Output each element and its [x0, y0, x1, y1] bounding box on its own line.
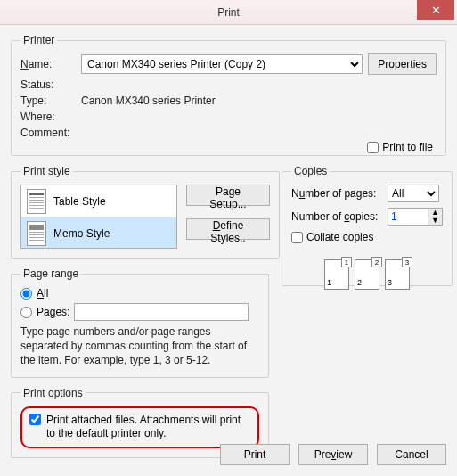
print-style-list[interactable]: Table Style Memo Style [20, 185, 177, 249]
printer-name-select[interactable]: Canon MX340 series Printer (Copy 2) [81, 54, 363, 74]
print-to-file-checkbox[interactable] [367, 142, 379, 153]
range-pages-label: Pages: [37, 306, 69, 318]
num-pages-label: Number of pages: [291, 187, 382, 200]
num-copies-label: Number of copies: [291, 210, 382, 223]
status-label: Status: [20, 78, 76, 91]
cancel-button[interactable]: Cancel [377, 444, 446, 465]
collate-checkbox[interactable] [291, 232, 303, 243]
page-preview-icon: 33 [385, 259, 410, 290]
range-all-radio[interactable] [20, 288, 32, 300]
close-icon: ✕ [431, 4, 441, 17]
properties-button[interactable]: Properties [368, 53, 437, 75]
comment-label: Comment: [20, 127, 76, 139]
print-options-legend: Print options [20, 387, 86, 399]
close-button[interactable]: ✕ [417, 0, 454, 20]
range-all-label: All [37, 287, 48, 300]
collate-label: Collate copies [306, 231, 373, 243]
page-range-legend: Page range [20, 267, 81, 280]
num-copies-input[interactable] [388, 208, 428, 226]
type-value: Canon MX340 series Printer [81, 94, 216, 107]
page-preview-icon: 22 [355, 259, 379, 290]
copies-legend: Copies [291, 165, 330, 177]
name-label: Name: [20, 58, 76, 70]
page-range-group: Page range All Pages: Type page numbers … [11, 267, 269, 378]
printer-legend: Printer [20, 34, 57, 46]
print-style-legend: Print style [20, 165, 73, 177]
define-styles-button[interactable]: Define Styles.. [186, 218, 270, 240]
style-item-table[interactable]: Table Style [21, 185, 176, 217]
print-to-file-label: Print to file [382, 141, 433, 153]
copies-spinner[interactable]: ▲▼ [428, 208, 443, 226]
print-options-highlight: Print attached files. Attachments will p… [20, 406, 259, 448]
memo-style-icon [27, 221, 46, 246]
collate-preview: 11 22 33 [291, 259, 443, 290]
print-button[interactable]: Print [220, 444, 290, 465]
type-label: Type: [20, 94, 76, 107]
print-attached-checkbox[interactable] [29, 414, 41, 425]
page-setup-button[interactable]: Page Setup... [186, 185, 270, 206]
titlebar: Print ✕ [0, 0, 457, 25]
num-pages-select[interactable]: All [388, 185, 439, 202]
page-preview-icon: 11 [324, 259, 349, 290]
page-range-hint: Type page numbers and/or page ranges sep… [20, 324, 259, 368]
style-label: Table Style [53, 195, 106, 208]
style-label: Memo Style [53, 227, 110, 240]
style-item-memo[interactable]: Memo Style [21, 217, 176, 249]
range-pages-input[interactable] [74, 303, 249, 321]
chevron-down-icon: ▼ [428, 217, 442, 225]
range-pages-radio[interactable] [20, 307, 32, 318]
print-style-group: Print style Table Style Memo Style P [11, 165, 280, 259]
print-attached-label: Print attached files. Attachments will p… [46, 414, 250, 441]
where-label: Where: [20, 111, 76, 123]
copies-group: Copies Number of pages: All Number of co… [282, 165, 453, 286]
table-style-icon [27, 189, 46, 214]
window-title: Print [0, 6, 457, 19]
preview-button[interactable]: Preview [298, 444, 368, 465]
printer-group: Printer Name: Canon MX340 series Printer… [11, 34, 446, 156]
